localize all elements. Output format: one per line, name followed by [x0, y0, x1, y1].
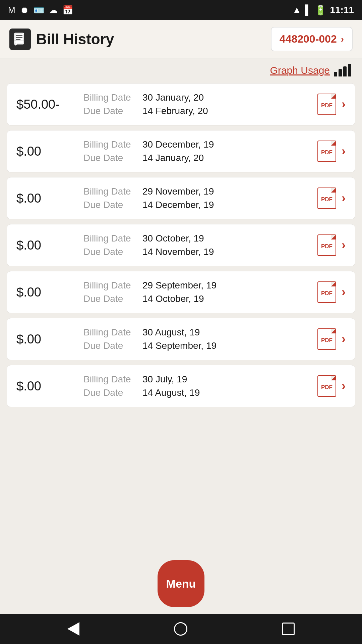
due-label-4: Due Date: [83, 293, 137, 304]
billing-date-5: 30 August, 19: [142, 327, 200, 338]
account-chevron-icon: ›: [341, 34, 344, 45]
pdf-content-2: PDF: [321, 197, 333, 202]
bar-2: [339, 69, 342, 76]
pdf-content-3: PDF: [321, 244, 333, 249]
pdf-text-5: PDF: [321, 337, 333, 343]
bill-icon: $: [9, 29, 31, 50]
account-button[interactable]: 448200-002 ›: [271, 27, 353, 51]
billing-date-1: 30 December, 19: [142, 139, 214, 150]
pdf-fold-6: [331, 376, 336, 380]
pdf-fold-3: [331, 235, 336, 239]
status-bar-left: M ⏺ 🪪 ☁ 📅: [8, 5, 73, 15]
calendar-icon: 📅: [62, 5, 73, 15]
pdf-content-4: PDF: [321, 290, 333, 296]
bill-item-5[interactable]: $.00 Billing Date 30 August, 19 Due Date…: [7, 318, 355, 360]
pdf-icon-2[interactable]: PDF: [317, 187, 336, 209]
sim-icon: 🪪: [34, 5, 44, 15]
pdf-fold-2: [331, 188, 336, 193]
billing-date-row-5: Billing Date 30 August, 19: [83, 327, 317, 338]
pdf-content-0: PDF: [321, 103, 333, 108]
pdf-icon-4[interactable]: PDF: [317, 281, 336, 303]
due-date-3: 14 November, 19: [142, 247, 214, 257]
status-bar-right: ▲ ▌ 🔋 11:11: [292, 5, 354, 16]
due-label-3: Due Date: [83, 247, 137, 257]
pdf-fold-1: [331, 141, 336, 146]
bill-item-3[interactable]: $.00 Billing Date 30 October, 19 Due Dat…: [7, 224, 355, 266]
billing-date-0: 30 January, 20: [142, 92, 204, 103]
billing-label-6: Billing Date: [83, 374, 137, 385]
bill-item-1[interactable]: $.00 Billing Date 30 December, 19 Due Da…: [7, 130, 355, 172]
pdf-icon-6[interactable]: PDF: [317, 375, 336, 397]
bar-chart-icon: [334, 64, 351, 76]
bar-3: [343, 66, 347, 76]
bill-actions-2: PDF ›: [317, 187, 346, 209]
due-date-4: 14 October, 19: [142, 293, 204, 304]
pdf-icon-5[interactable]: PDF: [317, 328, 336, 350]
bill-item-6[interactable]: $.00 Billing Date 30 July, 19 Due Date 1…: [7, 365, 355, 407]
bill-amount-1: $.00: [16, 144, 83, 159]
graph-usage-link[interactable]: Graph Usage: [270, 65, 330, 76]
bill-amount-3: $.00: [16, 238, 83, 253]
back-button[interactable]: [67, 622, 79, 636]
bill-dates-5: Billing Date 30 August, 19 Due Date 14 S…: [83, 327, 317, 351]
row-chevron-4: ›: [342, 285, 346, 299]
header-left: $ Bill History: [9, 29, 114, 50]
time-display: 11:11: [330, 5, 354, 15]
bill-amount-4: $.00: [16, 285, 83, 300]
bill-item-4[interactable]: $.00 Billing Date 29 September, 19 Due D…: [7, 271, 355, 313]
billing-label-5: Billing Date: [83, 327, 137, 338]
pdf-text-6: PDF: [321, 384, 333, 390]
bill-actions-4: PDF ›: [317, 281, 346, 303]
bill-item-2[interactable]: $.00 Billing Date 29 November, 19 Due Da…: [7, 177, 355, 219]
row-chevron-1: ›: [342, 144, 346, 158]
due-date-0: 14 February, 20: [142, 106, 208, 116]
bill-dates-6: Billing Date 30 July, 19 Due Date 14 Aug…: [83, 374, 317, 398]
bill-actions-5: PDF ›: [317, 328, 346, 350]
pdf-icon-0[interactable]: PDF: [317, 94, 336, 115]
pdf-icon-3[interactable]: PDF: [317, 234, 336, 256]
due-label-5: Due Date: [83, 340, 137, 351]
billing-date-2: 29 November, 19: [142, 186, 214, 197]
home-button[interactable]: [174, 622, 187, 636]
due-date-1: 14 January, 20: [142, 153, 204, 163]
bill-dates-2: Billing Date 29 November, 19 Due Date 14…: [83, 186, 317, 210]
due-label-0: Due Date: [83, 106, 137, 116]
bill-item-0[interactable]: $50.00- Billing Date 30 January, 20 Due …: [7, 83, 355, 125]
bill-actions-0: PDF ›: [317, 94, 346, 115]
pdf-fold-0: [331, 94, 336, 99]
due-date-row-2: Due Date 14 December, 19: [83, 200, 317, 210]
due-label-6: Due Date: [83, 387, 137, 398]
due-label-2: Due Date: [83, 200, 137, 210]
due-date-row-5: Due Date 14 September, 19: [83, 340, 317, 351]
billing-date-4: 29 September, 19: [142, 280, 217, 291]
bill-list: $50.00- Billing Date 30 January, 20 Due …: [0, 80, 362, 553]
bill-amount-0: $50.00-: [16, 97, 83, 112]
bill-actions-3: PDF ›: [317, 234, 346, 256]
bill-amount-5: $.00: [16, 332, 83, 346]
due-date-2: 14 December, 19: [142, 200, 214, 210]
pdf-text-0: PDF: [321, 103, 333, 108]
due-date-5: 14 September, 19: [142, 340, 217, 351]
cloud-icon: ☁: [49, 5, 58, 15]
billing-date-3: 30 October, 19: [142, 233, 204, 244]
bill-dates-3: Billing Date 30 October, 19 Due Date 14 …: [83, 233, 317, 257]
status-bar: M ⏺ 🪪 ☁ 📅 ▲ ▌ 🔋 11:11: [0, 0, 362, 20]
record-icon: ⏺: [20, 5, 29, 15]
wifi-icon: ▲: [292, 5, 302, 15]
account-number: 448200-002: [280, 33, 337, 45]
pdf-text-1: PDF: [321, 150, 333, 155]
bill-dates-4: Billing Date 29 September, 19 Due Date 1…: [83, 280, 317, 304]
pdf-content-1: PDF: [321, 150, 333, 155]
due-date-row-1: Due Date 14 January, 20: [83, 153, 317, 163]
recents-button[interactable]: [282, 623, 295, 635]
bill-actions-1: PDF ›: [317, 141, 346, 162]
billing-date-row-2: Billing Date 29 November, 19: [83, 186, 317, 197]
due-date-row-3: Due Date 14 November, 19: [83, 247, 317, 257]
menu-button[interactable]: Menu: [158, 560, 204, 607]
pdf-icon-1[interactable]: PDF: [317, 141, 336, 162]
signal-icon: ▌: [305, 5, 312, 15]
header: $ Bill History 448200-002 ›: [0, 20, 362, 58]
due-date-row-0: Due Date 14 February, 20: [83, 106, 317, 116]
billing-label-3: Billing Date: [83, 233, 137, 244]
graph-usage-bar: Graph Usage: [0, 58, 362, 80]
